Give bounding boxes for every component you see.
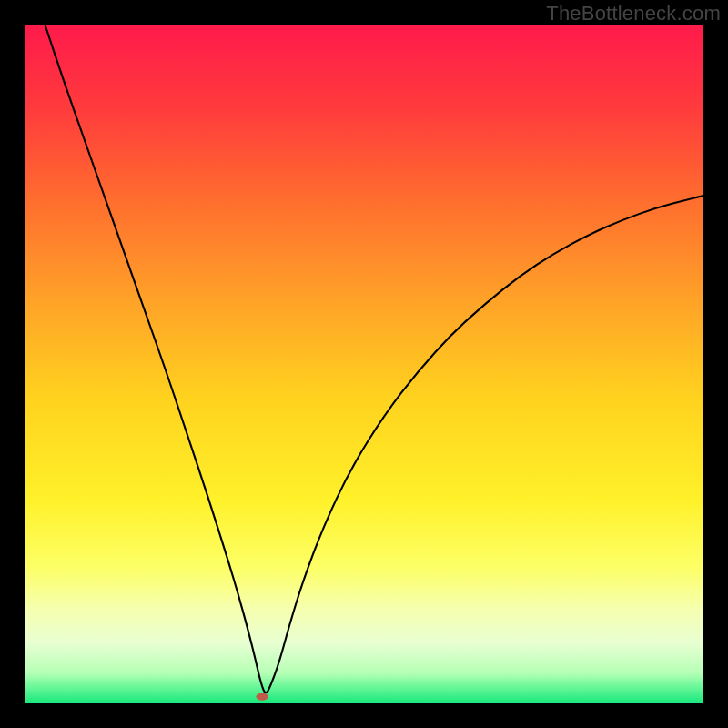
chart-frame: TheBottleneck.com	[0, 0, 728, 728]
plot-area	[25, 25, 703, 703]
watermark-text: TheBottleneck.com	[546, 2, 721, 25]
bottleneck-chart	[25, 25, 703, 703]
gradient-background	[25, 25, 703, 703]
optimum-marker	[256, 693, 268, 700]
